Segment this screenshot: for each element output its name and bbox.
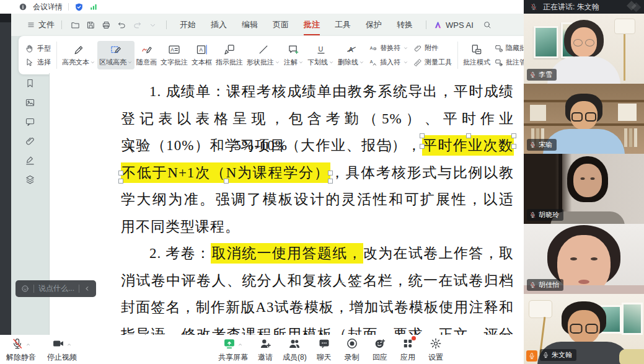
comment-icon[interactable] — [25, 117, 35, 127]
tool-callout-annotation[interactable]: 指示批注 — [214, 41, 245, 69]
button-label: 回应 — [373, 352, 387, 363]
video-tile[interactable]: 胡佳怡 — [524, 224, 644, 294]
undo-icon[interactable] — [117, 20, 126, 30]
bottombar-settings-button[interactable]: 设置 — [425, 337, 446, 363]
camera-icon — [52, 337, 64, 350]
chevron-left-icon[interactable] — [84, 285, 90, 292]
selection-handle[interactable] — [420, 133, 425, 138]
caret-down-icon — [275, 60, 280, 65]
tool-hand[interactable]: 手型 — [25, 44, 51, 53]
tool-label-row: 批注模式 — [463, 58, 490, 67]
area-highlight-icon — [110, 43, 122, 56]
participant-name: 胡佳怡 — [539, 280, 559, 290]
chat-quick-input[interactable]: 说点什么... — [15, 280, 96, 297]
mic-icon — [528, 352, 536, 360]
tool-annotation-mode[interactable]: 批注模式 — [461, 41, 492, 69]
tool-freehand[interactable]: 随意画 — [135, 41, 159, 69]
caret-down-icon — [127, 60, 133, 65]
bottombar-invite-button[interactable]: 邀请 — [255, 337, 276, 363]
annotation-toolbar: 手型选择高亮文本区域高亮随意画A文字批注A文本框指示批注形状批注注解U下划线A删… — [19, 36, 531, 74]
emoji-smiley-icon[interactable] — [21, 285, 29, 293]
selection-handle[interactable] — [118, 179, 123, 184]
menu-tab-页面[interactable]: 页面 — [272, 18, 289, 32]
selection-handle[interactable] — [511, 144, 516, 149]
tool-stack: A替换符A插入符 — [366, 43, 411, 67]
selection-handle[interactable] — [118, 171, 123, 175]
meeting-info-icon — [19, 2, 27, 11]
selection-handle[interactable] — [328, 179, 333, 184]
tool-underline-mark[interactable]: U下划线 — [306, 41, 336, 69]
tool-label: 文字批注 — [161, 58, 188, 67]
tool-label: 选择 — [37, 58, 51, 67]
caret-down-icon — [403, 60, 408, 65]
bottombar-apps-button[interactable]: 应用 — [397, 337, 418, 363]
selection-handle[interactable] — [224, 179, 229, 184]
tool-shape-annotation[interactable]: 形状批注 — [245, 41, 282, 69]
video-tile[interactable]: 李雪 — [524, 14, 644, 84]
bottombar-screen-share-button[interactable]: 共享屏幕 — [218, 337, 248, 363]
menu-tab-批注[interactable]: 批注 — [303, 18, 320, 32]
tool-highlighter[interactable]: 高亮文本 — [60, 41, 97, 69]
selection-handle[interactable] — [466, 133, 471, 138]
tool-strikethrough-mark[interactable]: A删除线 — [336, 41, 366, 69]
bottombar-record-button[interactable]: 录制 — [342, 337, 363, 363]
tool-label-row: 文本框 — [192, 58, 212, 67]
bookmark-icon[interactable] — [25, 78, 35, 89]
menu-tab-转换[interactable]: 转换 — [396, 18, 413, 32]
participant-name: 胡晓玲 — [539, 210, 559, 220]
video-tile[interactable]: 朱文翰 — [524, 294, 644, 364]
tool-attachment[interactable]: 附件 — [413, 43, 452, 53]
image-icon[interactable] — [25, 97, 35, 108]
attachment-icon[interactable] — [25, 136, 35, 146]
tool-cursor[interactable]: 选择 — [25, 58, 51, 67]
tool-label: 下划线 — [307, 58, 328, 67]
tool-note[interactable]: 注解 — [282, 41, 306, 69]
document-line: 消试卷中评卷人、统分人和复核人签名栏，统一在试卷归档 — [121, 267, 514, 295]
tool-insert-mark[interactable]: A插入符 — [369, 58, 408, 67]
security-shield-icon[interactable] — [74, 2, 84, 12]
svg-text:A: A — [370, 60, 373, 64]
selection-handle[interactable] — [420, 144, 425, 149]
tool-measure[interactable]: 测量工具 — [413, 58, 452, 67]
bottombar-mic-muted-button[interactable]: 解除静音 — [6, 337, 36, 363]
selection-handle[interactable] — [328, 171, 333, 175]
print-icon[interactable] — [102, 20, 111, 30]
video-tile[interactable]: 胡晓玲 — [524, 154, 644, 224]
caret-down-icon[interactable] — [148, 20, 157, 30]
menu-tab-保护[interactable]: 保护 — [365, 18, 382, 32]
button-icon-row — [259, 337, 271, 351]
tool-area-highlight[interactable]: 区域高亮 — [97, 41, 135, 69]
file-menu[interactable]: 文件 — [38, 19, 55, 30]
layers-icon[interactable] — [25, 174, 35, 185]
bottombar-chat-button[interactable]: 聊天 — [314, 337, 335, 363]
menu-tab-编辑[interactable]: 编辑 — [241, 18, 258, 32]
bottombar-camera-button[interactable]: 停止视频 — [47, 337, 77, 363]
hamburger-menu-icon[interactable] — [27, 20, 35, 29]
menu-tab-开始[interactable]: 开始 — [179, 18, 196, 32]
wps-ai-button[interactable]: WPS AI — [433, 20, 474, 30]
bottombar-reaction-button[interactable]: 回应 — [369, 337, 390, 363]
icon-wrap — [11, 337, 24, 352]
selection-handle[interactable] — [511, 133, 516, 138]
tool-replace-mark[interactable]: A替换符 — [369, 43, 408, 53]
tool-label: 高亮文本 — [62, 58, 89, 67]
search-icon[interactable] — [483, 20, 492, 29]
tool-textbox[interactable]: A文本框 — [190, 41, 214, 69]
folder-icon[interactable] — [71, 20, 80, 30]
menu-tab-插入[interactable]: 插入 — [210, 18, 227, 32]
attachment-icon — [413, 44, 422, 53]
text-segment: 消试卷中评卷人、统分人和复核人签名栏，统一在试卷归档 — [121, 273, 514, 288]
meeting-details-button[interactable]: 会议详情 — [33, 2, 63, 12]
mic-muted-icon — [529, 141, 536, 148]
tool-text-annotation[interactable]: A文字批注 — [159, 41, 190, 69]
brand-watermark-icon — [624, 0, 643, 14]
save-icon[interactable] — [86, 20, 95, 30]
bottombar-members-button[interactable]: 成员(8) — [283, 337, 307, 363]
video-tile[interactable]: 宋瑜 — [524, 84, 644, 154]
signature-icon[interactable] — [25, 155, 35, 166]
menu-tab-工具[interactable]: 工具 — [334, 18, 351, 32]
network-signal-icon[interactable] — [89, 2, 98, 11]
insert-mark-icon: A — [369, 58, 377, 67]
replace-mark-icon: A — [369, 44, 377, 53]
redo-icon[interactable] — [133, 20, 142, 30]
